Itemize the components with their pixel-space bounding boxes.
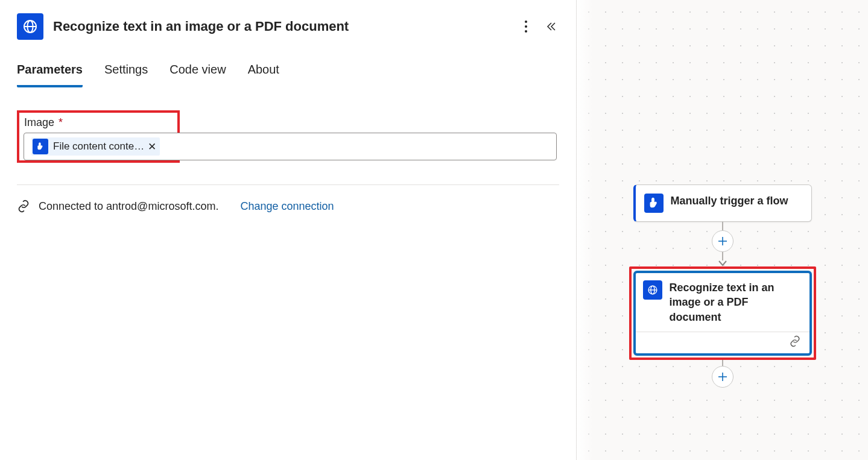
link-icon <box>789 335 801 350</box>
connection-row: Connected to antrod@microsoft.com. Chang… <box>0 185 576 213</box>
svg-point-4 <box>525 30 527 33</box>
ai-builder-icon <box>643 280 662 300</box>
flow-node-title: Manually trigger a flow <box>671 194 788 208</box>
svg-point-2 <box>525 20 527 23</box>
tab-settings[interactable]: Settings <box>104 63 148 87</box>
touch-icon <box>33 139 48 154</box>
annotation-highlight-selected-node: Recognize text in an image or a PDF docu… <box>629 266 816 360</box>
image-field-label-text: Image <box>24 116 54 128</box>
token-remove-button[interactable]: ✕ <box>148 140 156 153</box>
flow-canvas[interactable]: Manually trigger a flow <box>577 0 868 460</box>
connected-to-text: Connected to antrod@microsoft.com. <box>39 200 218 213</box>
details-panel: Recognize text in an image or a PDF docu… <box>0 0 577 460</box>
flow-node-footer <box>636 332 809 353</box>
connector <box>722 252 723 260</box>
link-icon <box>17 200 30 213</box>
tab-bar: Parameters Settings Code view About <box>0 40 576 87</box>
add-step-button[interactable] <box>712 366 733 388</box>
required-asterisk: * <box>59 116 63 128</box>
flow-node-title: Recognize text in an image or a PDF docu… <box>670 280 801 324</box>
change-connection-link[interactable]: Change connection <box>240 200 334 213</box>
svg-point-3 <box>525 25 527 28</box>
image-field-label: Image * <box>24 116 173 129</box>
flow-node-trigger[interactable]: Manually trigger a flow <box>633 184 812 222</box>
arrowhead-icon <box>718 260 727 266</box>
tab-parameters[interactable]: Parameters <box>17 63 83 87</box>
ai-builder-icon <box>17 13 43 40</box>
flow-node-recognize-text[interactable]: Recognize text in an image or a PDF docu… <box>633 271 812 356</box>
annotation-highlight-image-field: Image * File content conte… ✕ <box>17 110 180 163</box>
panel-title: Recognize text in an image or a PDF docu… <box>53 19 515 34</box>
tab-code-view[interactable]: Code view <box>169 63 226 87</box>
collapse-panel-button[interactable] <box>545 20 557 33</box>
more-options-button[interactable] <box>524 19 528 34</box>
dynamic-content-token[interactable]: File content conte… ✕ <box>31 137 160 156</box>
token-label: File content conte… <box>53 140 144 153</box>
tab-about[interactable]: About <box>248 63 279 87</box>
touch-icon <box>644 194 664 213</box>
add-step-button[interactable] <box>712 230 733 252</box>
connector <box>722 360 723 366</box>
connector <box>722 222 723 230</box>
